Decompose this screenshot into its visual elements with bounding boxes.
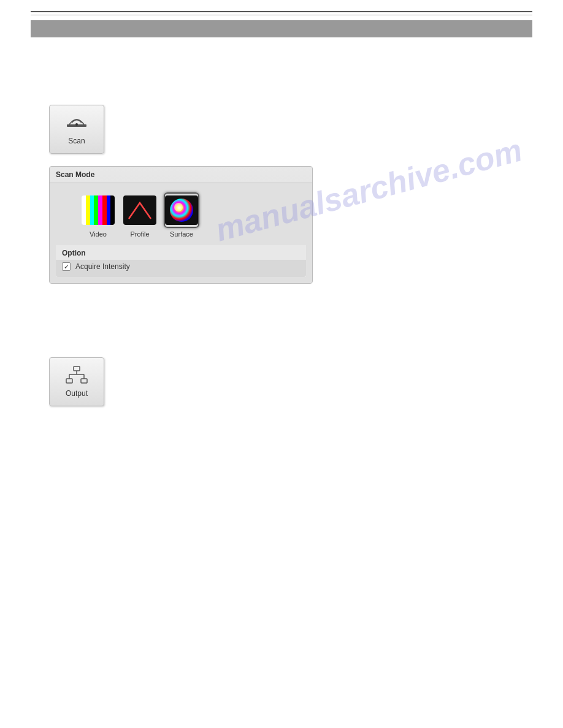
- mode-profile[interactable]: Profile: [122, 192, 158, 238]
- video-mode-label: Video: [90, 230, 107, 238]
- option-section: Option ✓ Acquire Intensity: [56, 245, 306, 277]
- output-icon: [66, 366, 88, 386]
- header-line-thin: [31, 15, 532, 15]
- acquire-intensity-label: Acquire Intensity: [75, 262, 130, 271]
- surface-mode-label: Surface: [170, 230, 193, 238]
- surface-mode-icon: [164, 192, 199, 228]
- option-row: ✓ Acquire Intensity: [56, 260, 306, 277]
- svg-rect-6: [81, 379, 87, 383]
- svg-point-1: [75, 123, 78, 126]
- option-title: Option: [56, 245, 306, 260]
- scan-mode-body: Video Profile: [50, 183, 312, 283]
- svg-rect-4: [74, 366, 80, 371]
- output-section: Output: [31, 357, 532, 419]
- svg-point-3: [174, 203, 183, 211]
- svg-rect-5: [66, 379, 72, 383]
- output-button[interactable]: Output: [49, 357, 104, 406]
- checkbox-check-icon: ✓: [64, 264, 69, 270]
- scan-icon: [64, 113, 89, 134]
- profile-mode-label: Profile: [130, 230, 149, 238]
- video-mode-icon: [80, 192, 116, 228]
- output-button-label: Output: [66, 389, 88, 398]
- header-line-thick: [31, 11, 532, 12]
- gray-bar: [31, 20, 532, 37]
- scan-mode-title: Scan Mode: [50, 167, 312, 183]
- header-area: [0, 0, 563, 15]
- scan-mode-panel: Scan Mode: [49, 166, 313, 284]
- acquire-intensity-checkbox[interactable]: ✓: [62, 262, 71, 271]
- scan-button-label: Scan: [68, 137, 85, 145]
- scan-button[interactable]: Scan: [49, 105, 104, 154]
- svg-point-2: [170, 199, 193, 222]
- mode-video[interactable]: Video: [80, 192, 116, 238]
- main-content: Scan Scan Mode: [0, 37, 563, 437]
- mode-icons-row: Video Profile: [56, 192, 306, 238]
- profile-mode-icon: [122, 192, 158, 228]
- mode-surface[interactable]: Surface: [164, 192, 199, 238]
